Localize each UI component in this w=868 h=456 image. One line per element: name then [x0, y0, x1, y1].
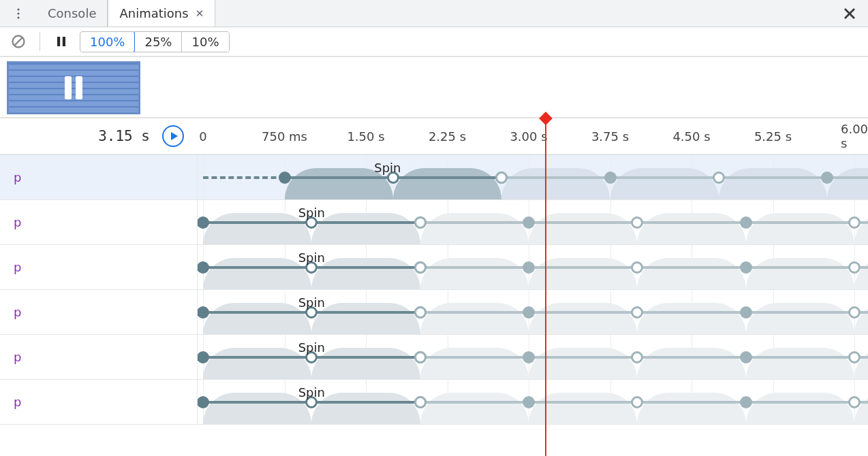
close-drawer-button[interactable]: [831, 0, 868, 27]
pause-all-button[interactable]: [50, 30, 73, 53]
keyframe-node[interactable]: [848, 261, 861, 274]
delay-segment: [203, 176, 285, 179]
speed-25-button[interactable]: 25%: [134, 32, 181, 52]
keyframe-node[interactable]: [414, 351, 427, 363]
animated-element-name[interactable]: p: [0, 245, 198, 289]
row-timeline[interactable]: Spin: [198, 245, 868, 289]
keyframe-node[interactable]: [523, 261, 535, 274]
ruler-track[interactable]: 0750 ms1.50 s2.25 s3.00 s3.75 s4.50 s5.2…: [198, 118, 868, 154]
animation-row: pSpin: [0, 245, 868, 290]
repeat-segment: [420, 221, 868, 224]
keyframe-node[interactable]: [631, 216, 643, 229]
keyframe-node[interactable]: [740, 351, 752, 363]
repeat-segment: [501, 176, 868, 179]
keyframe-node[interactable]: [848, 396, 861, 408]
animation-rows: pSpinpSpinpSpinpSpinpSpinpSpin: [0, 155, 868, 425]
keyframe-node[interactable]: [414, 261, 427, 274]
svg-rect-8: [63, 37, 65, 46]
svg-rect-7: [57, 37, 60, 46]
keyframe-node[interactable]: [523, 306, 535, 319]
animation-name-label: Spin: [298, 340, 325, 355]
close-tab-icon[interactable]: ✕: [196, 7, 204, 20]
tab-console-label: Console: [48, 6, 96, 20]
animated-element-name[interactable]: p: [0, 335, 198, 379]
row-timeline[interactable]: Spin: [198, 155, 868, 199]
keyframe-node[interactable]: [631, 351, 643, 363]
speed-10-button[interactable]: 10%: [181, 32, 228, 52]
ruler-tick: 1.50 s: [347, 118, 384, 154]
keyframe-node[interactable]: [198, 261, 209, 274]
ruler-tick: 0: [199, 118, 206, 154]
keyframe-node[interactable]: [848, 351, 861, 363]
svg-point-1: [17, 12, 19, 14]
keyframe-node[interactable]: [631, 261, 643, 274]
keyframe-node[interactable]: [713, 172, 725, 184]
keyframe-node[interactable]: [198, 216, 209, 229]
keyframe-node[interactable]: [279, 172, 291, 184]
timeline-ruler: 3.15 s 0750 ms1.50 s2.25 s3.00 s3.75 s4.…: [0, 118, 868, 155]
repeat-segment: [420, 311, 868, 314]
keyframe-node[interactable]: [740, 261, 752, 274]
animation-name-label: Spin: [298, 250, 325, 265]
easing-curves: [198, 168, 868, 199]
animation-name-label: Spin: [374, 161, 401, 175]
keyframe-node[interactable]: [631, 396, 643, 408]
keyframe-node[interactable]: [740, 396, 752, 408]
animated-element-name[interactable]: p: [0, 380, 198, 424]
ruler-tick: 750 ms: [262, 118, 307, 154]
animated-element-name[interactable]: p: [0, 200, 198, 244]
ruler-tick: 5.25 s: [754, 118, 792, 154]
row-timeline[interactable]: Spin: [198, 290, 868, 334]
keyframe-node[interactable]: [414, 306, 427, 319]
animation-row: pSpin: [0, 290, 868, 335]
row-timeline[interactable]: Spin: [198, 380, 868, 424]
keyframe-node[interactable]: [821, 172, 833, 184]
ruler-tick: 2.25 s: [429, 118, 466, 154]
keyframe-node[interactable]: [740, 216, 752, 229]
animation-row: pSpin: [0, 155, 868, 200]
playback-speed-group: 100% 25% 10%: [80, 31, 230, 52]
keyframe-node[interactable]: [604, 172, 617, 184]
keyframe-node[interactable]: [523, 216, 535, 229]
keyframe-node[interactable]: [848, 306, 861, 319]
keyframe-node[interactable]: [848, 216, 861, 229]
keyframe-node[interactable]: [414, 216, 427, 229]
play-button[interactable]: [162, 125, 184, 147]
keyframe-node[interactable]: [198, 306, 209, 319]
kebab-menu-icon[interactable]: [0, 0, 37, 27]
playhead[interactable]: [545, 118, 546, 456]
keyframe-node[interactable]: [414, 396, 427, 408]
repeat-segment: [420, 266, 868, 269]
tab-console[interactable]: Console: [37, 0, 108, 27]
speed-100-button[interactable]: 100%: [80, 31, 135, 52]
row-timeline[interactable]: Spin: [198, 200, 868, 244]
ruler-tick: 3.75 s: [591, 118, 629, 154]
tab-animations-label: Animations: [119, 6, 188, 20]
keyframe-node[interactable]: [198, 396, 209, 408]
animation-group-thumbnail[interactable]: [7, 61, 140, 114]
animations-toolbar: 100% 25% 10%: [0, 27, 868, 57]
animated-element-name[interactable]: p: [0, 155, 198, 199]
animation-name-label: Spin: [298, 206, 325, 220]
animated-element-name[interactable]: p: [0, 290, 198, 334]
drawer-tabbar: Console Animations ✕: [0, 0, 868, 27]
keyframe-node[interactable]: [523, 351, 535, 363]
keyframe-node[interactable]: [740, 306, 752, 319]
clear-button[interactable]: [7, 30, 30, 53]
repeat-segment: [420, 356, 868, 359]
ruler-tick: 4.50 s: [672, 118, 710, 154]
play-icon: [171, 132, 178, 140]
ruler-left: 3.15 s: [0, 118, 198, 154]
animation-name-label: Spin: [298, 385, 325, 400]
repeat-segment: [420, 401, 868, 404]
keyframe-node[interactable]: [198, 351, 209, 363]
svg-line-6: [14, 37, 22, 46]
keyframe-node[interactable]: [495, 172, 508, 184]
animation-name-label: Spin: [298, 295, 325, 310]
ruler-tick: 3.00 s: [510, 118, 547, 154]
row-timeline[interactable]: Spin: [198, 335, 868, 379]
current-time-readout: 3.15 s: [98, 128, 150, 144]
tab-animations[interactable]: Animations ✕: [108, 0, 215, 27]
keyframe-node[interactable]: [523, 396, 535, 408]
keyframe-node[interactable]: [631, 306, 643, 319]
